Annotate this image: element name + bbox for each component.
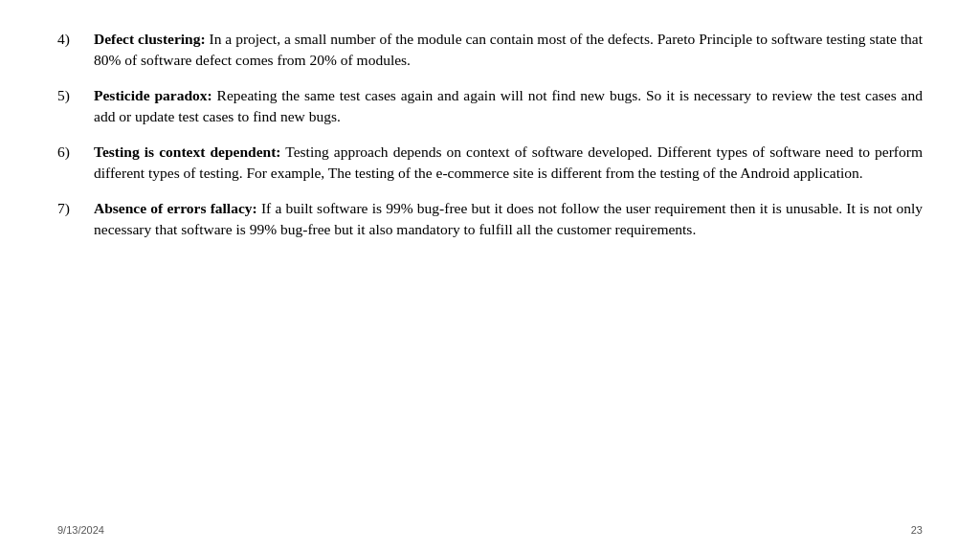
item-number: 4): [57, 29, 94, 50]
footer-date: 9/13/2024: [57, 524, 104, 536]
item-text: Defect clustering: In a project, a small…: [94, 29, 923, 72]
slide-footer: 9/13/2024 23: [57, 524, 923, 536]
list-item: 7) Absence of errors fallacy: If a built…: [57, 198, 923, 241]
slide-container: 4) Defect clustering: In a project, a sm…: [0, 0, 980, 551]
list-item: 5) Pesticide paradox: Repeating the same…: [57, 85, 923, 128]
item-text: Pesticide paradox: Repeating the same te…: [94, 85, 923, 128]
item-number: 7): [57, 198, 94, 219]
item-text: Testing is context dependent: Testing ap…: [94, 142, 923, 185]
list-item: 6) Testing is context dependent: Testing…: [57, 142, 923, 185]
content-list: 4) Defect clustering: In a project, a sm…: [57, 29, 923, 241]
list-item: 4) Defect clustering: In a project, a sm…: [57, 29, 923, 72]
item-number: 6): [57, 142, 94, 163]
item-number: 5): [57, 85, 94, 106]
item-text: Absence of errors fallacy: If a built so…: [94, 198, 923, 241]
footer-page-number: 23: [911, 524, 923, 536]
